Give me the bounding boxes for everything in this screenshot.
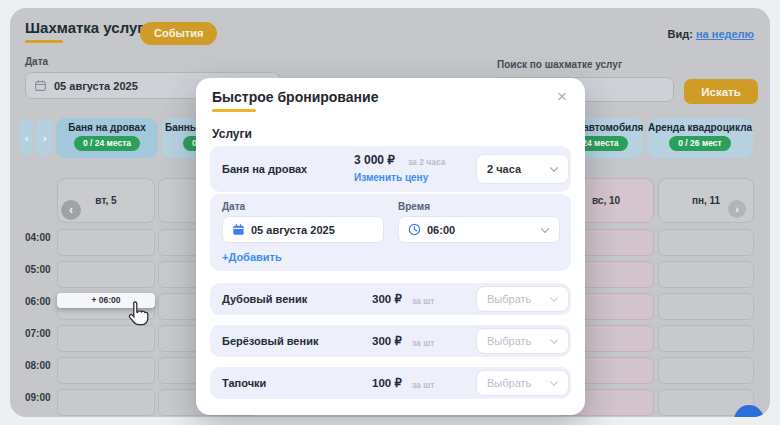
service-price: 300 ₽	[372, 292, 402, 306]
quantity-select[interactable]: Выбрать	[476, 370, 569, 396]
time-label: 07:00	[25, 328, 55, 339]
service-price-unit: за 2 часа	[408, 157, 446, 167]
grid-cell[interactable]	[658, 357, 754, 384]
date-label: Дата	[222, 201, 245, 212]
service-price-unit: за шт	[412, 296, 434, 306]
chevron-left-icon: ‹	[69, 203, 73, 217]
chevron-down-icon	[550, 378, 558, 386]
grid-cell[interactable]	[57, 389, 155, 416]
title-accent-underline	[25, 40, 63, 43]
select-placeholder: Выбрать	[487, 335, 531, 347]
day-label: пн, 11	[692, 195, 720, 206]
service-name: Тапочки	[222, 377, 266, 389]
tab-label: Баня на дровах	[68, 122, 146, 133]
grid-cell[interactable]	[57, 229, 155, 256]
booking-date-value: 05 августа 2025	[251, 224, 335, 236]
duration-value: 2 часа	[487, 163, 521, 175]
calendar-icon	[34, 79, 47, 92]
tabs-next-button[interactable]: ›	[36, 119, 53, 156]
service-price-unit: за шт	[412, 338, 434, 348]
time-label: 06:00	[25, 296, 55, 307]
service-price: 300 ₽	[372, 334, 402, 348]
search-button[interactable]: Искать	[684, 79, 758, 104]
day-label: вт, 5	[95, 195, 116, 206]
grid-cell[interactable]	[658, 325, 754, 352]
quantity-select[interactable]: Выбрать	[476, 286, 569, 312]
tab-label: Аренда квадроцикла	[648, 122, 752, 133]
quantity-select[interactable]: Выбрать	[476, 328, 569, 354]
search-label: Поиск по шахматке услуг	[497, 59, 622, 70]
events-button[interactable]: События	[140, 22, 217, 45]
tab-arenda-kvadrotsikla[interactable]: Аренда квадроцикла 0 / 26 мест	[647, 118, 753, 158]
time-label: 09:00	[25, 392, 55, 403]
service-price-unit: за шт	[412, 380, 434, 390]
quick-booking-modal: Быстрое бронирование × Услуги Баня на др…	[196, 78, 585, 415]
select-placeholder: Выбрать	[487, 293, 531, 305]
days-prev-button[interactable]: ‹	[61, 200, 81, 220]
clock-icon	[408, 223, 421, 236]
grid-cell[interactable]	[658, 261, 754, 288]
view-switcher: Вид: на неделю	[668, 28, 754, 40]
date-field-label: Дата	[25, 56, 48, 67]
service-row-extra: Берёзовый веник 300 ₽ за шт Выбрать	[210, 325, 571, 357]
time-label: 08:00	[25, 360, 55, 371]
service-row-extra: Тапочки 100 ₽ за шт Выбрать	[210, 367, 571, 399]
service-name: Берёзовый веник	[222, 335, 318, 347]
chevron-down-icon	[541, 224, 549, 232]
grid-cell[interactable]	[57, 357, 155, 384]
chevron-down-icon	[550, 336, 558, 344]
services-heading: Услуги	[212, 127, 252, 141]
time-label: 04:00	[25, 232, 55, 243]
chevron-right-icon: ›	[43, 132, 47, 144]
capacity-badge: 0 / 24 места	[74, 136, 140, 151]
days-next-button[interactable]: ›	[728, 200, 746, 218]
service-price: 3 000 ₽	[354, 153, 395, 167]
booking-time-value: 06:00	[427, 224, 455, 236]
view-label: Вид:	[668, 28, 693, 40]
change-price-link[interactable]: Изменить цену	[354, 172, 428, 183]
chevron-down-icon	[550, 164, 558, 172]
booking-date-input[interactable]: 05 августа 2025	[222, 216, 384, 243]
grid-cell[interactable]	[57, 261, 155, 288]
select-placeholder: Выбрать	[487, 377, 531, 389]
grid-cell[interactable]	[57, 325, 155, 352]
tab-label: Банны	[165, 122, 198, 133]
chevron-left-icon: ‹	[25, 132, 29, 144]
tab-banya-na-drovah[interactable]: Баня на дровах 0 / 24 места	[56, 118, 158, 158]
service-name: Баня на дровах	[222, 163, 307, 175]
page-title: Шахматка услуг	[25, 19, 144, 36]
close-icon[interactable]: ×	[557, 88, 567, 105]
view-week-link[interactable]: на неделю	[696, 28, 754, 40]
service-row-extra: Дубовый веник 300 ₽ за шт Выбрать	[210, 283, 571, 315]
time-label: Время	[398, 201, 430, 212]
mouse-cursor-icon	[126, 300, 150, 327]
service-row-main: Баня на дровах 3 000 ₽ за 2 часа Изменит…	[210, 146, 571, 192]
modal-title-accent	[212, 109, 256, 112]
chevron-down-icon	[550, 294, 558, 302]
duration-select[interactable]: 2 часа	[476, 154, 569, 184]
grid-cell[interactable]	[658, 229, 754, 256]
time-label: 05:00	[25, 264, 55, 275]
datetime-box: Дата Время 05 августа 2025 06:00 +Добави…	[210, 194, 571, 271]
service-price: 100 ₽	[372, 376, 402, 390]
chevron-right-icon: ›	[735, 203, 739, 215]
day-label: вс, 10	[592, 195, 620, 206]
grid-cell[interactable]	[658, 293, 754, 320]
calendar-icon	[232, 223, 245, 236]
capacity-badge: 0 / 26 мест	[669, 136, 730, 151]
booking-time-select[interactable]: 06:00	[398, 216, 560, 243]
modal-title: Быстрое бронирование	[212, 89, 378, 105]
tabs-prev-button[interactable]: ‹	[20, 119, 33, 156]
add-datetime-link[interactable]: +Добавить	[222, 251, 282, 263]
service-name: Дубовый веник	[222, 293, 307, 305]
date-input-value: 05 августа 2025	[54, 80, 138, 92]
